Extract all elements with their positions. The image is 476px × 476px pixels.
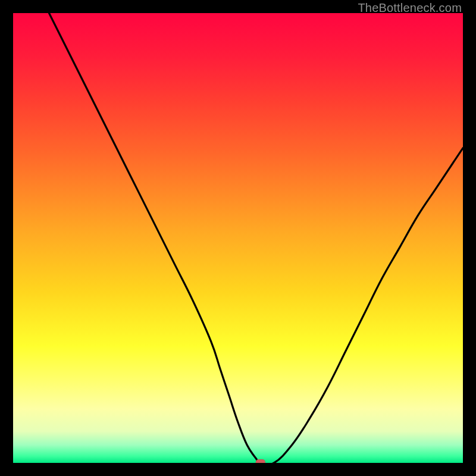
minimum-marker [256,459,265,463]
chart-frame: TheBottleneck.com [0,0,476,476]
bottleneck-curve-path [49,13,463,463]
plot-area [13,13,463,463]
curve-layer [13,13,463,463]
